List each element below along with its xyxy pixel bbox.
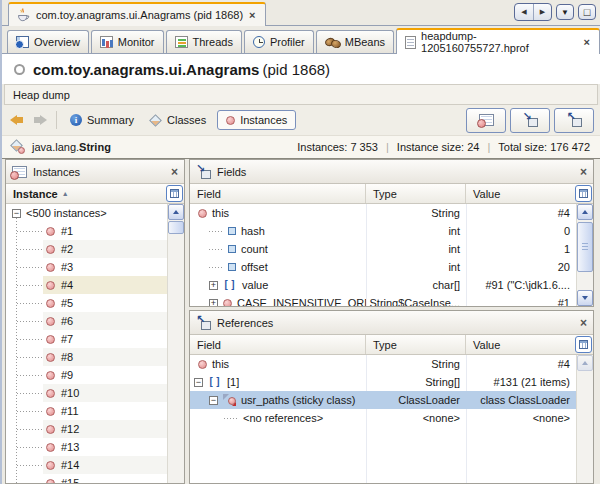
value-cell: <none> [466, 412, 576, 424]
type-cell: ClassLoader [366, 394, 466, 406]
field-row[interactable]: thisString#4 [190, 204, 576, 222]
column-settings-button[interactable] [575, 336, 592, 353]
reference-row[interactable]: −[][1]String[]#131 (21 items) [190, 373, 576, 391]
fields-column-value[interactable]: Value [465, 184, 575, 203]
reference-row[interactable]: thisString#4 [190, 355, 576, 373]
references-view-button[interactable] [554, 108, 594, 133]
expander-icon[interactable]: − [209, 396, 218, 405]
references-column-field[interactable]: Field [190, 335, 365, 354]
fields-column-field[interactable]: Field [190, 184, 365, 203]
column-label: Value [473, 339, 500, 351]
instance-row[interactable]: #14 [6, 456, 167, 474]
instance-row[interactable]: #1 [6, 222, 167, 240]
expander-icon[interactable]: − [194, 378, 203, 387]
instance-dot-icon [198, 360, 207, 369]
tab-label: Threads [193, 36, 233, 48]
expander-icon[interactable]: + [209, 299, 218, 307]
instances-scrollbar[interactable] [167, 204, 184, 483]
scroll-down-button[interactable] [577, 290, 593, 306]
scroll-up-button[interactable] [168, 204, 184, 220]
stats-divider: | [386, 141, 389, 153]
instance-dot-icon [46, 281, 55, 290]
instance-band: #9 [43, 366, 167, 384]
fields-column-type[interactable]: Type [365, 184, 465, 203]
instance-row[interactable]: #9 [6, 366, 167, 384]
instance-row[interactable]: #15 [6, 474, 167, 483]
field-name: offset [241, 261, 268, 273]
instances-root-row[interactable]: −<500 instances> [6, 204, 167, 222]
tree-connector [17, 303, 43, 304]
tab-list-dropdown-button[interactable]: ▼ [556, 4, 574, 20]
instance-row[interactable]: #13 [6, 438, 167, 456]
expander-icon[interactable]: + [209, 281, 218, 290]
fields-scrollbar[interactable] [576, 204, 593, 306]
type-cell: <none> [366, 412, 466, 424]
tab-overview[interactable]: Overview [7, 30, 89, 53]
instance-row[interactable]: #6 [6, 312, 167, 330]
instances-button[interactable]: Instances [217, 110, 296, 130]
instance-column[interactable]: Instance ▲ [6, 184, 69, 203]
instance-row[interactable]: #3 [6, 258, 167, 276]
field-row[interactable]: hashint0 [190, 222, 576, 240]
scrollbar-thumb[interactable] [577, 222, 593, 272]
tab-threads[interactable]: Threads [166, 30, 242, 53]
scroll-tabs-right-button[interactable]: ▶ [533, 4, 551, 20]
instance-label: #11 [61, 405, 79, 417]
scroll-down-icon [582, 296, 588, 300]
fields-panel-titlebar: Fields × [190, 160, 593, 184]
close-icon[interactable]: × [583, 37, 591, 47]
instance-row[interactable]: #10 [6, 384, 167, 402]
references-scrollbar[interactable] [576, 355, 593, 483]
grid-icon [170, 189, 179, 198]
instance-label: #5 [61, 297, 73, 309]
field-row[interactable]: +[]valuechar[]#91 ("C:\jdk1.6.... [190, 276, 576, 294]
close-icon[interactable]: × [580, 316, 587, 330]
scroll-up-icon [582, 210, 588, 214]
close-icon[interactable]: × [248, 10, 256, 20]
summary-button[interactable]: Summary [66, 111, 138, 129]
tab-heapdump-1205160755727-hprof[interactable]: heapdump-1205160755727.hprof× [396, 28, 600, 54]
instances-view-button[interactable] [466, 108, 506, 133]
references-column-type[interactable]: Type [365, 335, 465, 354]
instance-row[interactable]: #8 [6, 348, 167, 366]
close-icon[interactable]: × [171, 165, 178, 179]
instance-row[interactable]: #7 [6, 330, 167, 348]
field-name: count [241, 243, 268, 255]
references-column-value[interactable]: Value [465, 335, 575, 354]
instance-band: #6 [43, 312, 167, 330]
instance-row[interactable]: #11 [6, 402, 167, 420]
instance-row[interactable]: #5 [6, 294, 167, 312]
page-title: com.toy.anagrams.ui.Anagrams [33, 61, 259, 78]
instance-row[interactable]: #4 [6, 276, 167, 294]
application-tab[interactable]: com.toy.anagrams.ui.Anagrams (pid 1868) … [8, 2, 266, 26]
mbeans-icon [325, 37, 340, 48]
instance-row[interactable]: #12 [6, 420, 167, 438]
forward-icon[interactable] [32, 114, 47, 126]
back-icon[interactable] [10, 114, 25, 126]
fields-view-button[interactable] [510, 108, 550, 133]
instances-panel: Instances × Instance ▲ −<500 instances>#… [5, 159, 185, 484]
instance-band: #1 [43, 222, 167, 240]
scroll-tabs-left-button[interactable]: ◀ [515, 4, 533, 20]
column-settings-button[interactable] [166, 185, 183, 202]
tab-profiler[interactable]: Profiler [244, 30, 314, 53]
field-row[interactable]: +CASE_INSENSITIVE_ORDERString$CaseInse..… [190, 294, 576, 306]
scroll-up-button[interactable] [577, 204, 593, 220]
scrollbar-thumb[interactable] [168, 221, 184, 234]
instance-row[interactable]: #2 [6, 240, 167, 258]
column-settings-button[interactable] [575, 185, 592, 202]
maximize-button[interactable]: □ [578, 4, 596, 20]
expander-icon[interactable]: − [12, 209, 21, 218]
tab-mbeans[interactable]: MBeans [316, 30, 394, 53]
reference-row[interactable]: <no references><none><none> [190, 409, 576, 427]
classes-button[interactable]: Classes [145, 111, 210, 129]
field-row[interactable]: countint1 [190, 240, 576, 258]
reference-row[interactable]: −usr_paths (sticky class)ClassLoaderclas… [190, 391, 576, 409]
tab-monitor[interactable]: Monitor [91, 30, 164, 53]
scroll-up-button[interactable] [577, 355, 593, 371]
heapfile-icon [405, 36, 416, 49]
field-name: this [212, 358, 229, 370]
field-row[interactable]: offsetint20 [190, 258, 576, 276]
close-icon[interactable]: × [580, 165, 587, 179]
primitive-field-icon [228, 245, 236, 253]
